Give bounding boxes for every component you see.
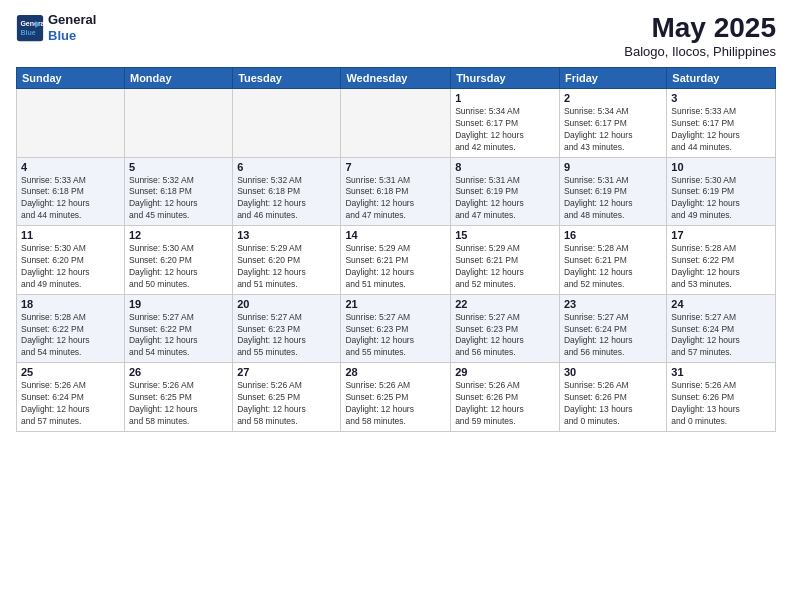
day-number: 12	[129, 229, 228, 241]
day-number: 13	[237, 229, 336, 241]
header-sunday: Sunday	[17, 68, 125, 89]
day-info: Sunrise: 5:34 AM Sunset: 6:17 PM Dayligh…	[564, 106, 662, 154]
day-info: Sunrise: 5:26 AM Sunset: 6:26 PM Dayligh…	[455, 380, 555, 428]
day-info: Sunrise: 5:30 AM Sunset: 6:20 PM Dayligh…	[21, 243, 120, 291]
month-title: May 2025	[624, 12, 776, 44]
day-info: Sunrise: 5:31 AM Sunset: 6:19 PM Dayligh…	[564, 175, 662, 223]
table-row: 24Sunrise: 5:27 AM Sunset: 6:24 PM Dayli…	[667, 294, 776, 363]
calendar-week-row: 11Sunrise: 5:30 AM Sunset: 6:20 PM Dayli…	[17, 226, 776, 295]
table-row: 17Sunrise: 5:28 AM Sunset: 6:22 PM Dayli…	[667, 226, 776, 295]
day-number: 27	[237, 366, 336, 378]
header-saturday: Saturday	[667, 68, 776, 89]
calendar-week-row: 25Sunrise: 5:26 AM Sunset: 6:24 PM Dayli…	[17, 363, 776, 432]
calendar-header-row: Sunday Monday Tuesday Wednesday Thursday…	[17, 68, 776, 89]
table-row	[17, 89, 125, 158]
table-row	[233, 89, 341, 158]
table-row: 16Sunrise: 5:28 AM Sunset: 6:21 PM Dayli…	[559, 226, 666, 295]
day-info: Sunrise: 5:33 AM Sunset: 6:18 PM Dayligh…	[21, 175, 120, 223]
day-info: Sunrise: 5:26 AM Sunset: 6:25 PM Dayligh…	[129, 380, 228, 428]
header-tuesday: Tuesday	[233, 68, 341, 89]
day-number: 3	[671, 92, 771, 104]
calendar-week-row: 4Sunrise: 5:33 AM Sunset: 6:18 PM Daylig…	[17, 157, 776, 226]
table-row: 11Sunrise: 5:30 AM Sunset: 6:20 PM Dayli…	[17, 226, 125, 295]
day-info: Sunrise: 5:27 AM Sunset: 6:24 PM Dayligh…	[564, 312, 662, 360]
header-friday: Friday	[559, 68, 666, 89]
day-number: 26	[129, 366, 228, 378]
day-info: Sunrise: 5:29 AM Sunset: 6:20 PM Dayligh…	[237, 243, 336, 291]
day-info: Sunrise: 5:29 AM Sunset: 6:21 PM Dayligh…	[455, 243, 555, 291]
day-info: Sunrise: 5:28 AM Sunset: 6:22 PM Dayligh…	[21, 312, 120, 360]
day-info: Sunrise: 5:30 AM Sunset: 6:19 PM Dayligh…	[671, 175, 771, 223]
logo-line2: Blue	[48, 28, 76, 43]
table-row: 13Sunrise: 5:29 AM Sunset: 6:20 PM Dayli…	[233, 226, 341, 295]
table-row: 6Sunrise: 5:32 AM Sunset: 6:18 PM Daylig…	[233, 157, 341, 226]
day-number: 22	[455, 298, 555, 310]
table-row: 10Sunrise: 5:30 AM Sunset: 6:19 PM Dayli…	[667, 157, 776, 226]
table-row: 25Sunrise: 5:26 AM Sunset: 6:24 PM Dayli…	[17, 363, 125, 432]
table-row: 29Sunrise: 5:26 AM Sunset: 6:26 PM Dayli…	[451, 363, 560, 432]
table-row: 15Sunrise: 5:29 AM Sunset: 6:21 PM Dayli…	[451, 226, 560, 295]
day-info: Sunrise: 5:26 AM Sunset: 6:26 PM Dayligh…	[671, 380, 771, 428]
day-number: 14	[345, 229, 446, 241]
table-row: 7Sunrise: 5:31 AM Sunset: 6:18 PM Daylig…	[341, 157, 451, 226]
calendar-week-row: 1Sunrise: 5:34 AM Sunset: 6:17 PM Daylig…	[17, 89, 776, 158]
day-info: Sunrise: 5:26 AM Sunset: 6:25 PM Dayligh…	[237, 380, 336, 428]
day-number: 25	[21, 366, 120, 378]
day-number: 10	[671, 161, 771, 173]
logo-line1: General	[48, 12, 96, 27]
day-number: 8	[455, 161, 555, 173]
location-subtitle: Balogo, Ilocos, Philippines	[624, 44, 776, 59]
calendar-week-row: 18Sunrise: 5:28 AM Sunset: 6:22 PM Dayli…	[17, 294, 776, 363]
day-number: 4	[21, 161, 120, 173]
day-number: 2	[564, 92, 662, 104]
table-row: 5Sunrise: 5:32 AM Sunset: 6:18 PM Daylig…	[124, 157, 232, 226]
day-number: 7	[345, 161, 446, 173]
header-wednesday: Wednesday	[341, 68, 451, 89]
day-info: Sunrise: 5:33 AM Sunset: 6:17 PM Dayligh…	[671, 106, 771, 154]
svg-rect-0	[17, 14, 43, 40]
calendar-table: Sunday Monday Tuesday Wednesday Thursday…	[16, 67, 776, 432]
table-row: 14Sunrise: 5:29 AM Sunset: 6:21 PM Dayli…	[341, 226, 451, 295]
day-number: 1	[455, 92, 555, 104]
page: General Blue General Blue May 2025 Balog…	[0, 0, 792, 612]
day-info: Sunrise: 5:28 AM Sunset: 6:21 PM Dayligh…	[564, 243, 662, 291]
day-info: Sunrise: 5:30 AM Sunset: 6:20 PM Dayligh…	[129, 243, 228, 291]
day-info: Sunrise: 5:26 AM Sunset: 6:25 PM Dayligh…	[345, 380, 446, 428]
table-row: 19Sunrise: 5:27 AM Sunset: 6:22 PM Dayli…	[124, 294, 232, 363]
logo-icon: General Blue	[16, 14, 44, 42]
day-number: 9	[564, 161, 662, 173]
table-row: 27Sunrise: 5:26 AM Sunset: 6:25 PM Dayli…	[233, 363, 341, 432]
day-number: 24	[671, 298, 771, 310]
day-number: 17	[671, 229, 771, 241]
table-row: 30Sunrise: 5:26 AM Sunset: 6:26 PM Dayli…	[559, 363, 666, 432]
table-row: 9Sunrise: 5:31 AM Sunset: 6:19 PM Daylig…	[559, 157, 666, 226]
header: General Blue General Blue May 2025 Balog…	[16, 12, 776, 59]
day-info: Sunrise: 5:29 AM Sunset: 6:21 PM Dayligh…	[345, 243, 446, 291]
day-number: 28	[345, 366, 446, 378]
day-info: Sunrise: 5:27 AM Sunset: 6:24 PM Dayligh…	[671, 312, 771, 360]
table-row: 28Sunrise: 5:26 AM Sunset: 6:25 PM Dayli…	[341, 363, 451, 432]
table-row: 31Sunrise: 5:26 AM Sunset: 6:26 PM Dayli…	[667, 363, 776, 432]
table-row: 21Sunrise: 5:27 AM Sunset: 6:23 PM Dayli…	[341, 294, 451, 363]
day-number: 19	[129, 298, 228, 310]
day-number: 16	[564, 229, 662, 241]
day-number: 11	[21, 229, 120, 241]
day-info: Sunrise: 5:31 AM Sunset: 6:19 PM Dayligh…	[455, 175, 555, 223]
day-number: 20	[237, 298, 336, 310]
header-monday: Monday	[124, 68, 232, 89]
table-row	[124, 89, 232, 158]
day-number: 15	[455, 229, 555, 241]
table-row: 8Sunrise: 5:31 AM Sunset: 6:19 PM Daylig…	[451, 157, 560, 226]
day-number: 23	[564, 298, 662, 310]
header-thursday: Thursday	[451, 68, 560, 89]
day-info: Sunrise: 5:34 AM Sunset: 6:17 PM Dayligh…	[455, 106, 555, 154]
day-info: Sunrise: 5:32 AM Sunset: 6:18 PM Dayligh…	[237, 175, 336, 223]
logo: General Blue General Blue	[16, 12, 96, 43]
day-number: 6	[237, 161, 336, 173]
day-info: Sunrise: 5:32 AM Sunset: 6:18 PM Dayligh…	[129, 175, 228, 223]
day-info: Sunrise: 5:27 AM Sunset: 6:23 PM Dayligh…	[345, 312, 446, 360]
day-info: Sunrise: 5:26 AM Sunset: 6:26 PM Dayligh…	[564, 380, 662, 428]
day-info: Sunrise: 5:27 AM Sunset: 6:23 PM Dayligh…	[237, 312, 336, 360]
day-info: Sunrise: 5:28 AM Sunset: 6:22 PM Dayligh…	[671, 243, 771, 291]
svg-text:Blue: Blue	[20, 29, 35, 36]
